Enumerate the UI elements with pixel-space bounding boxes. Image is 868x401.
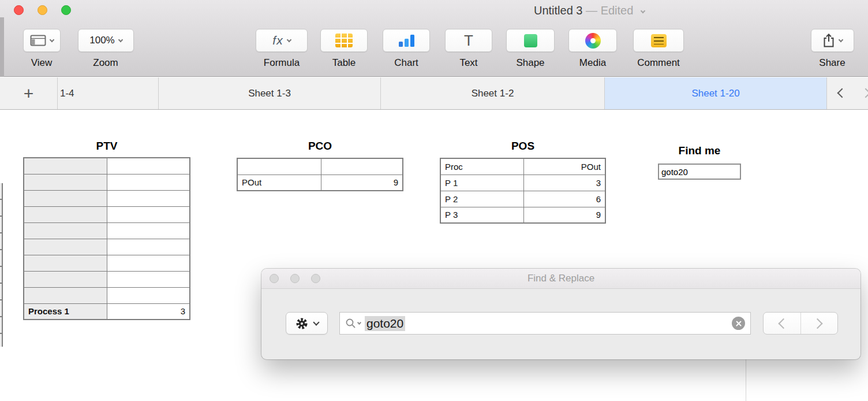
table-cell[interactable] — [24, 287, 107, 303]
background-window-edge — [0, 17, 4, 77]
table-cell[interactable]: 3 — [107, 303, 190, 320]
text-button[interactable]: T — [445, 29, 492, 52]
dialog-title: Find & Replace — [261, 269, 860, 288]
sheet-tab-sheet-1-20-selected[interactable]: Sheet 1-20 — [605, 77, 827, 109]
table-cell[interactable] — [321, 158, 403, 174]
view-button[interactable] — [23, 29, 61, 52]
comment-note-icon — [651, 34, 667, 47]
find-navigation-buttons — [763, 312, 838, 335]
table-row — [237, 158, 403, 174]
document-title[interactable]: Untitled 3 — Edited — [534, 4, 645, 17]
sheet-tab-bar: + 1-4 Sheet 1-3 Sheet 1-2 Sheet 1-20 — [0, 77, 868, 110]
table-cell[interactable] — [24, 190, 107, 206]
table-row — [24, 239, 190, 255]
share-button[interactable] — [811, 29, 854, 52]
fx-icon: fx — [272, 34, 283, 47]
table-cell[interactable] — [107, 174, 190, 190]
table-cell[interactable]: Process 1 — [24, 303, 107, 320]
sheet-tab-sheet-1-3[interactable]: Sheet 1-3 — [159, 77, 381, 109]
table-cell[interactable]: P 3 — [440, 207, 523, 223]
table-cell[interactable]: 6 — [523, 191, 605, 207]
share-upload-icon — [822, 33, 835, 48]
sheet-tab-label: Sheet 1-3 — [248, 88, 291, 99]
comment-button[interactable] — [633, 29, 684, 52]
view-label: View — [31, 57, 53, 69]
dialog-close-button[interactable] — [270, 274, 279, 283]
sheet-tab-label: Sheet 1-20 — [691, 88, 739, 99]
table-cell[interactable] — [107, 206, 190, 222]
dialog-zoom-button[interactable] — [311, 274, 320, 283]
formula-label: Formula — [264, 57, 300, 69]
dialog-titlebar[interactable]: Find & Replace — [261, 269, 860, 289]
tab-scroll-area — [827, 77, 868, 109]
table-cell[interactable] — [107, 239, 190, 255]
chevron-left-icon — [778, 318, 788, 328]
table-cell[interactable] — [24, 222, 107, 239]
table-cell[interactable] — [107, 158, 190, 174]
table-cell[interactable] — [107, 190, 190, 206]
clear-search-button[interactable] — [732, 317, 745, 330]
table-row — [24, 206, 190, 222]
table-cell[interactable]: Proc — [440, 158, 523, 174]
chart-button[interactable] — [383, 29, 430, 52]
title-menu-chevron-icon[interactable] — [641, 9, 645, 13]
table-cell[interactable] — [24, 255, 107, 271]
search-icon — [345, 318, 357, 329]
ptv-table-title[interactable]: PTV — [23, 140, 190, 153]
comment-label: Comment — [637, 57, 680, 69]
chevron-down-icon — [839, 37, 843, 42]
chevron-down-icon — [118, 37, 122, 42]
pco-table-title[interactable]: PCO — [237, 140, 403, 153]
table-row — [24, 271, 190, 287]
table-cell[interactable] — [107, 222, 190, 239]
table-cell[interactable]: P 1 — [440, 174, 523, 191]
find-previous-button[interactable] — [764, 313, 800, 334]
table-button[interactable] — [320, 29, 368, 52]
search-scope-chevron-icon[interactable] — [357, 320, 361, 324]
table-label: Table — [332, 57, 356, 69]
table-cell[interactable] — [24, 158, 107, 174]
search-query-text: goto20 — [365, 316, 405, 331]
pos-table[interactable]: ProcPOutP 13P 26P 39 — [440, 158, 606, 224]
table-row — [24, 190, 190, 206]
table-cell[interactable]: 3 — [523, 174, 605, 191]
shape-label: Shape — [516, 57, 544, 69]
fullscreen-button[interactable] — [61, 5, 71, 15]
table-cell[interactable]: 9 — [321, 174, 403, 191]
tabs-scroll-left-icon[interactable] — [837, 88, 847, 98]
table-cell[interactable] — [24, 174, 107, 190]
table-cell[interactable]: POut — [237, 174, 321, 191]
zoom-button[interactable]: 100% — [78, 29, 134, 52]
table-cell[interactable] — [107, 255, 190, 271]
media-button[interactable] — [568, 29, 617, 52]
find-me-textbox[interactable]: goto20 — [658, 164, 741, 180]
sheet-tab-1-4[interactable]: 1-4 — [58, 77, 159, 109]
table-row: P 39 — [440, 207, 605, 223]
table-cell[interactable] — [237, 158, 321, 174]
formula-button[interactable]: fx — [256, 29, 308, 52]
table-cell[interactable] — [107, 287, 190, 303]
shape-button[interactable] — [506, 29, 555, 52]
ptv-table[interactable]: Process 13 — [23, 157, 190, 320]
table-cell[interactable]: POut — [523, 158, 605, 174]
table-row — [24, 174, 190, 190]
table-cell[interactable] — [24, 239, 107, 255]
table-cell[interactable] — [24, 206, 107, 222]
find-me-title[interactable]: Find me — [658, 144, 741, 157]
table-cell[interactable] — [107, 271, 190, 287]
close-button[interactable] — [14, 5, 24, 15]
dialog-minimize-button[interactable] — [290, 274, 300, 283]
find-next-button[interactable] — [800, 313, 838, 334]
pco-table[interactable]: POut9 — [237, 158, 403, 191]
text-label: Text — [459, 57, 477, 69]
search-input[interactable]: goto20 — [339, 312, 751, 335]
table-cell[interactable] — [24, 271, 107, 287]
search-options-button[interactable] — [286, 312, 328, 335]
tabs-scroll-right-icon[interactable] — [861, 88, 868, 98]
pos-table-title[interactable]: POS — [440, 140, 606, 153]
table-cell[interactable]: P 2 — [440, 191, 523, 207]
add-sheet-button[interactable]: + — [0, 77, 58, 109]
minimize-button[interactable] — [38, 5, 47, 15]
sheet-tab-sheet-1-2[interactable]: Sheet 1-2 — [381, 77, 605, 109]
table-cell[interactable]: 9 — [523, 207, 605, 223]
